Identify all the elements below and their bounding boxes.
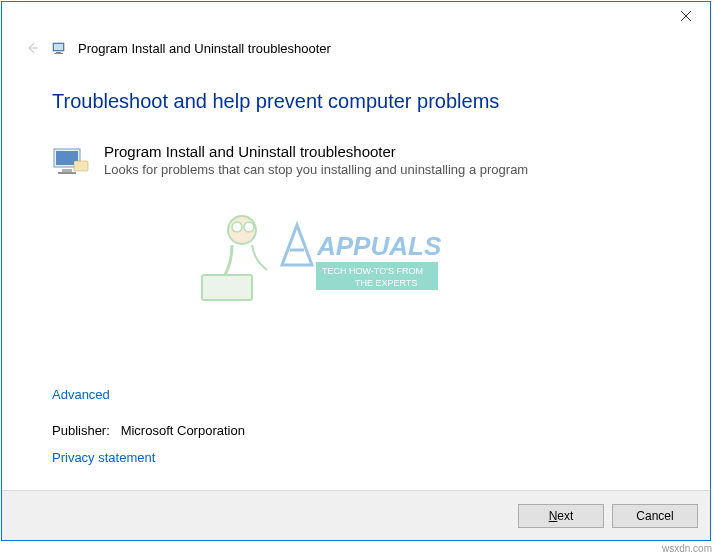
troubleshooter-header-icon xyxy=(52,40,68,56)
troubleshooter-text: Program Install and Uninstall troublesho… xyxy=(104,143,528,177)
privacy-statement-link[interactable]: Privacy statement xyxy=(52,450,155,465)
back-button xyxy=(22,38,42,58)
troubleshooter-item: Program Install and Uninstall troublesho… xyxy=(52,143,660,181)
svg-text:THE EXPERTS: THE EXPERTS xyxy=(355,278,417,288)
close-icon xyxy=(681,11,691,21)
svg-point-12 xyxy=(228,216,256,244)
header-title: Program Install and Uninstall troublesho… xyxy=(78,41,331,56)
svg-rect-15 xyxy=(202,275,252,300)
svg-rect-4 xyxy=(54,44,63,50)
svg-rect-6 xyxy=(54,53,63,54)
svg-text:TECH HOW-TO'S FROM: TECH HOW-TO'S FROM xyxy=(322,266,423,276)
advanced-link[interactable]: Advanced xyxy=(52,387,110,402)
publisher-label: Publisher: xyxy=(52,423,110,438)
troubleshooter-icon xyxy=(52,143,90,181)
troubleshooter-name: Program Install and Uninstall troublesho… xyxy=(104,143,528,160)
watermark-logo: APPUALS TECH HOW-TO'S FROM THE EXPERTS xyxy=(182,210,442,310)
publisher-value: Microsoft Corporation xyxy=(121,423,245,438)
svg-rect-17 xyxy=(316,262,438,290)
cancel-button[interactable]: Cancel xyxy=(612,504,698,528)
svg-rect-9 xyxy=(62,169,72,172)
svg-point-13 xyxy=(232,222,242,232)
troubleshooter-description: Looks for problems that can stop you ins… xyxy=(104,162,528,177)
content-area: Troubleshoot and help prevent computer p… xyxy=(2,70,710,490)
svg-rect-11 xyxy=(74,161,88,171)
titlebar xyxy=(2,2,710,34)
back-arrow-icon xyxy=(23,39,41,57)
troubleshooter-window: Program Install and Uninstall troublesho… xyxy=(1,1,711,541)
header-row: Program Install and Uninstall troublesho… xyxy=(2,34,710,70)
footer-bar: Next Cancel xyxy=(2,490,710,540)
svg-text:APPUALS: APPUALS xyxy=(316,231,442,261)
main-heading: Troubleshoot and help prevent computer p… xyxy=(52,90,660,113)
publisher-row: Publisher: Microsoft Corporation xyxy=(52,423,245,438)
next-label-suffix: ext xyxy=(557,509,573,523)
next-button[interactable]: Next xyxy=(518,504,604,528)
svg-rect-10 xyxy=(58,172,76,174)
svg-rect-5 xyxy=(56,52,61,53)
svg-point-14 xyxy=(244,222,254,232)
source-attribution: wsxdn.com xyxy=(662,543,712,553)
close-button[interactable] xyxy=(663,2,708,30)
